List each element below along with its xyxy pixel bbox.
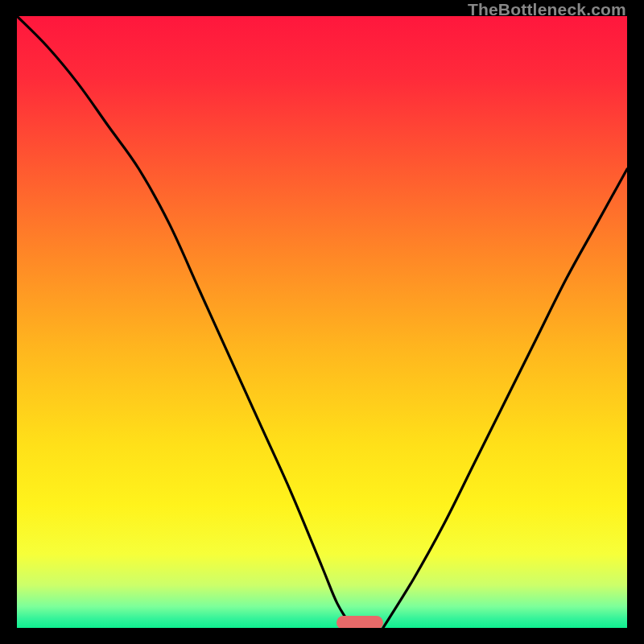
- optimal-marker: [336, 616, 383, 628]
- bottleneck-curves: [17, 16, 627, 628]
- plot-area: [17, 16, 627, 628]
- watermark-text: TheBottleneck.com: [468, 0, 626, 19]
- chart-frame: TheBottleneck.com: [0, 0, 644, 644]
- right-curve: [383, 169, 627, 628]
- left-curve: [17, 16, 353, 628]
